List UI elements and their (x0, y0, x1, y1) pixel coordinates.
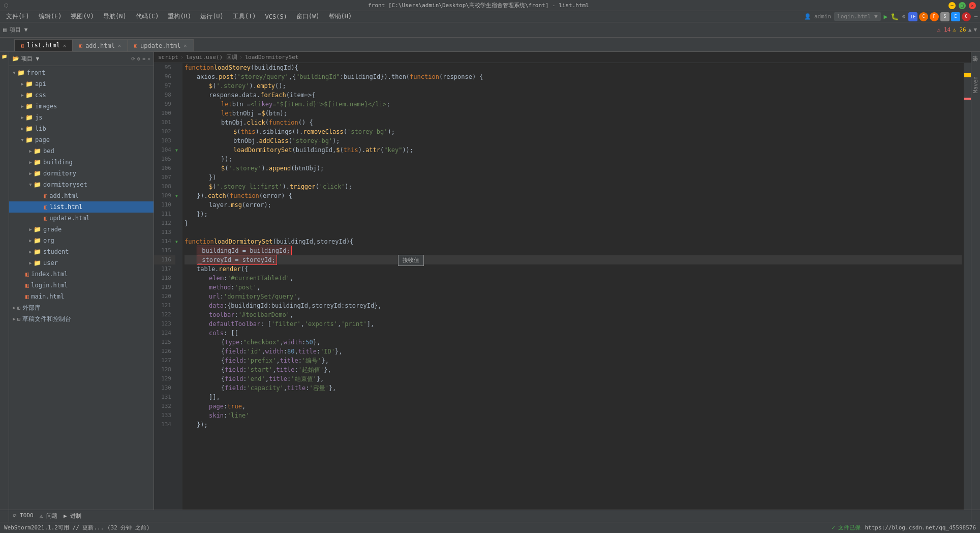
toolbar-layout-icon[interactable]: ≡ (142, 56, 145, 62)
right-panel-label-3[interactable]: Maven (972, 76, 979, 93)
tree-item-scratches[interactable]: ▶ ⊟ 草稿文件和控制台 (9, 313, 154, 324)
extra-settings[interactable]: ☰ (974, 14, 978, 19)
tree-item-update-html[interactable]: ◧ update.html (9, 213, 154, 224)
folder-icon-bed: 📁 (34, 147, 41, 155)
code-line-118: elem: '#currentTableId', (185, 274, 962, 283)
breadcrumb-script[interactable]: script (158, 54, 178, 61)
menu-view[interactable]: 视图(V) (67, 11, 98, 22)
breadcrumb-load-dormitory[interactable]: loadDormitorySet (244, 54, 298, 61)
warning-indicator[interactable]: ⚠ 26 (953, 26, 966, 33)
menu-vcs[interactable]: VCS(S) (261, 12, 291, 21)
tooltip-receive-value: 接收值 (398, 255, 424, 266)
tree-item-index-html[interactable]: ◧ index.html (9, 269, 154, 280)
tree-item-front[interactable]: ▼ 📁 front (9, 67, 154, 78)
line-numbers: 95 96 97 98 99 100 101 102 103 104 105 1… (154, 63, 175, 510)
sidebar-icon-project[interactable]: 📁 (2, 54, 7, 59)
tree-item-org[interactable]: ▶ 📁 org (9, 235, 154, 246)
gutter: ▼ ▼ ▼ (175, 63, 182, 510)
code-content[interactable]: function loadStorey(buildingId){ axios.p… (182, 63, 964, 510)
tree-item-css[interactable]: ▶ 📁 css (9, 90, 154, 101)
ln-104: 104 (154, 145, 175, 155)
terminal-button[interactable]: ▶ 进制 (64, 512, 81, 520)
window-title: front [C:\Users\admin\Desktop\高校学生宿舍管理系统… (9, 2, 948, 9)
close-button[interactable]: ✕ (969, 2, 976, 9)
tree-item-student[interactable]: ▶ 📁 student (9, 246, 154, 257)
fold-indicator-114[interactable]: ▼ (175, 240, 178, 244)
tree-item-list-html[interactable]: ◧ list.html (9, 201, 154, 213)
tab-add-html[interactable]: ◧ add.html ✕ (73, 39, 128, 51)
arrow-css: ▶ (19, 93, 25, 98)
arrow-building: ▶ (27, 160, 34, 165)
ln-134: 134 (154, 420, 175, 429)
tab-update-html[interactable]: ◧ update.html ✕ (128, 39, 194, 51)
minimize-button[interactable]: ─ (948, 2, 956, 9)
tab-close-add[interactable]: ✕ (118, 43, 121, 48)
error-indicator[interactable]: ⚠ 14 (937, 26, 951, 33)
tree-item-user[interactable]: ▶ 📁 user (9, 257, 154, 269)
ln-119: 119 (154, 283, 175, 292)
opera-icon[interactable]: O (962, 12, 971, 21)
tab-close-list[interactable]: ✕ (63, 43, 66, 48)
arrow-user: ▶ (27, 260, 34, 265)
todo-button[interactable]: ☑ TODO (13, 512, 34, 520)
chrome-icon[interactable]: C (919, 12, 928, 21)
tree-item-js[interactable]: ▶ 📁 js (9, 112, 154, 123)
ln-124: 124 (154, 329, 175, 338)
right-gutter (964, 63, 971, 510)
code-line-95: function loadStorey(buildingId){ (185, 63, 962, 72)
tree-label-grade: grade (43, 226, 62, 233)
menu-help[interactable]: 帮助(H) (325, 11, 356, 22)
status-link[interactable]: https://blog.csdn.net/qq_45598576 (865, 524, 976, 531)
tree-item-images[interactable]: ▶ 📁 images (9, 101, 154, 112)
collapse-all-button[interactable]: ▲ (968, 26, 972, 33)
safari-icon[interactable]: S (940, 12, 950, 21)
tree-item-api[interactable]: ▶ 📁 api (9, 78, 154, 90)
tree-item-lib[interactable]: ▶ 📁 lib (9, 123, 154, 134)
tab-close-update[interactable]: ✕ (183, 43, 187, 48)
fold-indicator-109[interactable]: ▼ (175, 194, 178, 198)
tree-item-dormitory[interactable]: ▶ 📁 dormitory (9, 168, 154, 179)
fold-indicator-104[interactable]: ▼ (175, 148, 178, 153)
expand-all-button[interactable]: ▼ (973, 26, 977, 33)
tree-item-bed[interactable]: ▶ 📁 bed (9, 145, 154, 157)
arrow-dormitoryset: ▼ (27, 182, 34, 187)
menu-file[interactable]: 文件(F) (2, 11, 34, 22)
tree-item-main-html[interactable]: ◧ main.html (9, 291, 154, 302)
menu-edit[interactable]: 编辑(E) (35, 11, 66, 22)
ie-icon[interactable]: IE (908, 12, 917, 21)
run-button[interactable]: ▶ (884, 13, 888, 20)
toolbar-gear-icon[interactable]: ⚙ (137, 56, 140, 62)
tree-item-login-html[interactable]: ◧ login.html (9, 280, 154, 291)
tree-item-add-html[interactable]: ◧ add.html (9, 190, 154, 201)
settings-button[interactable]: ⚙ (902, 13, 905, 20)
edge-icon[interactable]: E (951, 12, 960, 21)
tree-item-building[interactable]: ▶ 📁 building (9, 157, 154, 168)
code-editor[interactable]: 95 96 97 98 99 100 101 102 103 104 105 1… (154, 63, 971, 510)
tree-item-page[interactable]: ▼ 📁 page (9, 134, 154, 145)
right-vertical-panel: 结构 书签 Maven (971, 52, 980, 510)
tab-list-html[interactable]: ◧ list.html ✕ (14, 39, 73, 51)
toolbar-sync-icon[interactable]: ⟳ (131, 56, 135, 62)
tree-item-dormitoryset[interactable]: ▼ 📁 dormitoryset (9, 179, 154, 190)
issues-button[interactable]: ⚠ 问题 (40, 512, 57, 520)
menu-code[interactable]: 代码(C) (132, 11, 163, 22)
ln-127: 127 (154, 356, 175, 365)
debug-button[interactable]: 🐛 (891, 13, 899, 20)
code-line-100: let btnObj = $(btn); (185, 109, 962, 118)
menu-tools[interactable]: 工具(T) (229, 11, 260, 22)
tree-label-index-html: index.html (31, 271, 68, 278)
menu-navigate[interactable]: 导航(N) (99, 11, 131, 22)
code-line-134: }); (185, 420, 962, 429)
firefox-icon[interactable]: F (930, 12, 939, 21)
menu-run[interactable]: 运行(U) (196, 11, 228, 22)
tree-item-grade[interactable]: ▶ 📁 grade (9, 224, 154, 235)
breadcrumb-layui[interactable]: layui.use() 回调 (186, 53, 237, 61)
branch-selector[interactable]: login.html ▼ (834, 12, 880, 21)
toolbar-close-icon[interactable]: ✕ (147, 56, 150, 62)
maximize-button[interactable]: □ (959, 2, 966, 9)
menu-window[interactable]: 窗口(W) (292, 11, 324, 22)
tree-item-external-libs[interactable]: ▶ ⊞ 外部库 (9, 302, 154, 313)
menu-refactor[interactable]: 重构(R) (164, 11, 195, 22)
branch-name: login.html (837, 13, 871, 20)
error-marker (964, 98, 971, 100)
